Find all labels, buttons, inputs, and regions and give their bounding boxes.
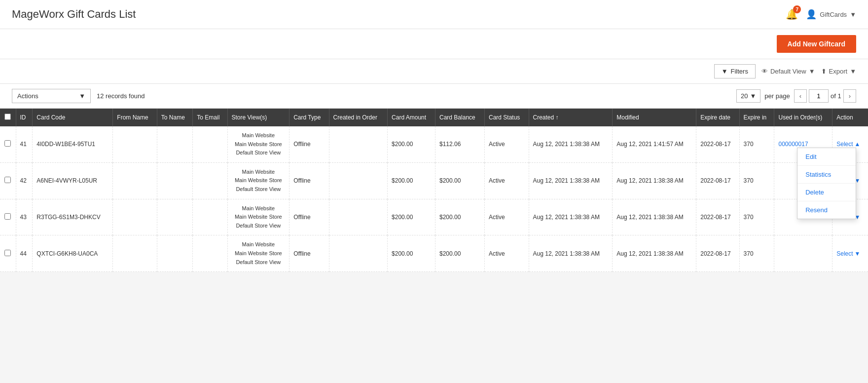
th-created[interactable]: Created ↑ [529, 109, 613, 126]
cell-to-name [157, 199, 192, 235]
cell-to-name [157, 126, 192, 162]
row-checkbox[interactable] [4, 177, 11, 183]
cell-from-name [113, 162, 157, 199]
per-page-select[interactable]: 20 ▼ [736, 89, 760, 103]
cell-from-name [113, 235, 157, 272]
chevron-down-icon: ▼ [79, 92, 85, 100]
cell-expire-date: 2022-08-17 [696, 162, 739, 199]
filters-button[interactable]: ▼ Filters [714, 64, 756, 78]
row-checkbox[interactable] [4, 140, 11, 147]
th-used-orders[interactable]: Used in Order(s) [774, 109, 832, 126]
view-label: Default View [770, 68, 806, 75]
cell-card-type: Offline [289, 235, 329, 272]
page-navigation: ‹ of 1 › [794, 89, 856, 103]
cell-id: 43 [16, 199, 33, 235]
th-card-balance[interactable]: Card Balance [435, 109, 485, 126]
user-menu[interactable]: 👤 GiftCards ▼ [806, 9, 856, 20]
cell-id: 42 [16, 162, 33, 199]
cell-card-amount: $200.00 [388, 199, 435, 235]
cell-to-email [193, 162, 227, 199]
th-store-views[interactable]: Store View(s) [227, 109, 289, 126]
export-button[interactable]: ⬆ Export ▼ [821, 68, 856, 75]
th-id: ID [16, 109, 33, 126]
cell-created-order [329, 199, 388, 235]
records-count: 12 records found [97, 92, 145, 100]
chevron-down-icon: ▼ [855, 250, 861, 257]
chevron-up-icon: ▲ [855, 141, 861, 148]
cell-expire-date: 2022-08-17 [696, 126, 739, 162]
cell-created-order [329, 162, 388, 199]
page-of-label: of 1 [831, 92, 841, 100]
dropdown-menu-item[interactable]: Edit [797, 148, 856, 166]
cell-store-views: Main WebsiteMain Website StoreDefault St… [227, 235, 289, 272]
select-button[interactable]: Select ▲ [836, 141, 860, 148]
cell-card-type: Offline [289, 126, 329, 162]
th-to-email[interactable]: To Email [193, 109, 227, 126]
dropdown-menu-item[interactable]: Resend [797, 201, 856, 219]
cell-to-email [193, 199, 227, 235]
th-card-status[interactable]: Card Status [484, 109, 529, 126]
th-from-name[interactable]: From Name [113, 109, 157, 126]
th-to-name[interactable]: To Name [157, 109, 192, 126]
cell-created-order [329, 126, 388, 162]
row-checkbox[interactable] [4, 250, 11, 256]
cell-expire-date: 2022-08-17 [696, 199, 739, 235]
th-card-amount[interactable]: Card Amount [388, 109, 435, 126]
grid-container: ID Card Code From Name To Name To Email … [0, 109, 868, 272]
gift-cards-table: ID Card Code From Name To Name To Email … [0, 109, 868, 272]
th-card-type[interactable]: Card Type [289, 109, 329, 126]
th-expire-in[interactable]: Expire in [739, 109, 774, 126]
dropdown-menu-item[interactable]: Statistics [797, 166, 856, 184]
cell-to-name [157, 162, 192, 199]
chevron-down-icon: ▼ [750, 92, 756, 100]
user-menu-label: GiftCards [820, 11, 847, 18]
cell-from-name [113, 199, 157, 235]
order-link[interactable]: 000000017 [778, 141, 808, 148]
cell-card-balance: $200.00 [435, 199, 485, 235]
row-checkbox[interactable] [4, 213, 11, 220]
cell-created: Aug 12, 2021 1:38:38 AM [529, 199, 613, 235]
page-title: MageWorx Gift Cards List [12, 8, 136, 21]
th-created-order[interactable]: Created in Order [329, 109, 388, 126]
notification-bell[interactable]: 🔔 7 [786, 8, 798, 20]
table-row: 41 4I0DD-W1BE4-95TU1 Main WebsiteMain We… [0, 126, 868, 162]
th-checkbox [0, 109, 16, 126]
export-label: Export [829, 68, 848, 75]
cell-expire-in: 370 [739, 235, 774, 272]
table-row: 42 A6NEI-4VWYR-L05UR Main WebsiteMain We… [0, 162, 868, 199]
cell-card-amount: $200.00 [388, 162, 435, 199]
cell-to-email [193, 235, 227, 272]
cell-expire-in: 370 [739, 126, 774, 162]
cell-card-amount: $200.00 [388, 235, 435, 272]
cell-card-code: R3TGG-6S1M3-DHKCV [33, 199, 113, 235]
select-all-checkbox[interactable] [4, 114, 11, 120]
sub-toolbar: ▼ Filters 👁 Default View ▼ ⬆ Export ▼ [0, 59, 868, 84]
cell-card-code: QXTCI-G6KH8-UA0CA [33, 235, 113, 272]
row-checkbox-cell [0, 199, 16, 235]
view-button[interactable]: 👁 Default View ▼ [761, 68, 815, 75]
cell-created: Aug 12, 2021 1:38:38 AM [529, 162, 613, 199]
actions-dropdown[interactable]: Actions ▼ [12, 89, 91, 103]
select-button[interactable]: Select ▼ [836, 250, 860, 257]
cell-modified: Aug 12, 2021 1:38:38 AM [613, 199, 696, 235]
per-page-label: per page [764, 92, 790, 100]
th-action: Action [832, 109, 868, 126]
cell-card-amount: $200.00 [388, 126, 435, 162]
th-modified[interactable]: Modified [613, 109, 696, 126]
filter-icon: ▼ [722, 68, 728, 75]
cell-id: 44 [16, 235, 33, 272]
th-expire-date[interactable]: Expire date [696, 109, 739, 126]
prev-page-button[interactable]: ‹ [794, 89, 807, 103]
dropdown-menu-item[interactable]: Delete [797, 184, 856, 201]
add-giftcard-button[interactable]: Add New Giftcard [777, 35, 856, 53]
filters-label: Filters [731, 68, 748, 75]
cell-expire-in: 370 [739, 199, 774, 235]
cell-created-order [329, 235, 388, 272]
action-dropdown-wrapper: Select ▲ [836, 141, 860, 148]
page-number-input[interactable] [809, 89, 829, 103]
th-card-code[interactable]: Card Code [33, 109, 113, 126]
cell-created: Aug 12, 2021 1:38:38 AM [529, 126, 613, 162]
cell-from-name [113, 126, 157, 162]
next-page-button[interactable]: › [843, 89, 856, 103]
cell-card-status: Active [484, 199, 529, 235]
